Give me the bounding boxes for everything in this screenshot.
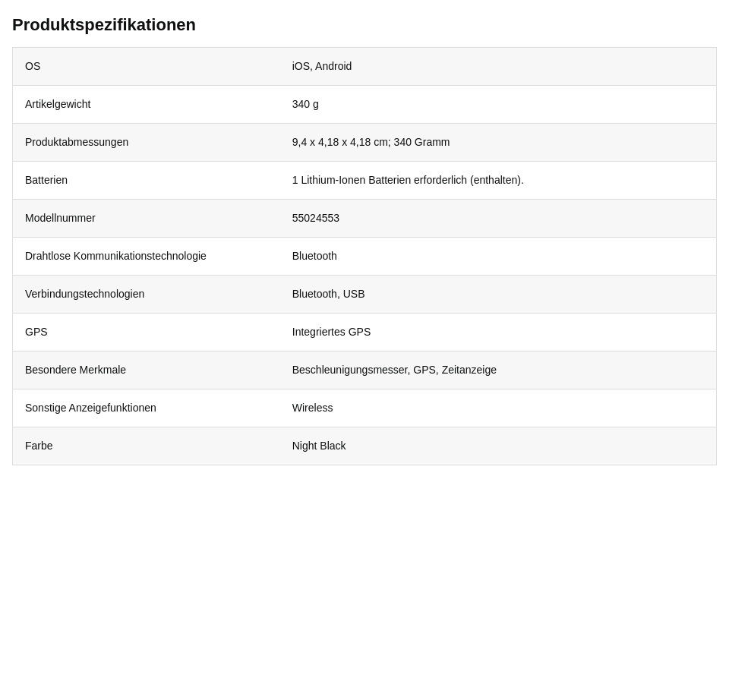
table-row: GPSIntegriertes GPS — [13, 314, 717, 352]
spec-label: Farbe — [13, 427, 280, 465]
table-row: Artikelgewicht340 g — [13, 86, 717, 124]
spec-label: Artikelgewicht — [13, 86, 280, 124]
table-row: Batterien1 Lithium-Ionen Batterien erfor… — [13, 162, 717, 200]
table-row: Sonstige AnzeigefunktionenWireless — [13, 389, 717, 427]
spec-value: 55024553 — [280, 200, 717, 238]
spec-value: Bluetooth — [280, 238, 717, 276]
spec-value: Beschleunigungsmesser, GPS, Zeitanzeige — [280, 352, 717, 389]
table-row: Drahtlose KommunikationstechnologieBluet… — [13, 238, 717, 276]
spec-label: Batterien — [13, 162, 280, 200]
spec-value: 340 g — [280, 86, 717, 124]
spec-label: GPS — [13, 314, 280, 352]
spec-label: Drahtlose Kommunikationstechnologie — [13, 238, 280, 276]
spec-value: Night Black — [280, 427, 717, 465]
spec-label: Besondere Merkmale — [13, 352, 280, 389]
page-title: Produktspezifikationen — [12, 15, 717, 35]
table-row: Produktabmessungen9,4 x 4,18 x 4,18 cm; … — [13, 124, 717, 162]
table-row: VerbindungstechnologienBluetooth, USB — [13, 276, 717, 314]
spec-label: OS — [13, 48, 280, 86]
spec-label: Produktabmessungen — [13, 124, 280, 162]
spec-value: Wireless — [280, 389, 717, 427]
spec-label: Modellnummer — [13, 200, 280, 238]
spec-value: iOS, Android — [280, 48, 717, 86]
table-row: Modellnummer55024553 — [13, 200, 717, 238]
spec-value: 1 Lithium-Ionen Batterien erforderlich (… — [280, 162, 717, 200]
spec-table: OSiOS, AndroidArtikelgewicht340 gProdukt… — [12, 47, 717, 465]
spec-label: Verbindungstechnologien — [13, 276, 280, 314]
spec-value: Integriertes GPS — [280, 314, 717, 352]
table-row: Besondere MerkmaleBeschleunigungsmesser,… — [13, 352, 717, 389]
spec-value: Bluetooth, USB — [280, 276, 717, 314]
spec-value: 9,4 x 4,18 x 4,18 cm; 340 Gramm — [280, 124, 717, 162]
table-row: OSiOS, Android — [13, 48, 717, 86]
spec-label: Sonstige Anzeigefunktionen — [13, 389, 280, 427]
table-row: FarbeNight Black — [13, 427, 717, 465]
